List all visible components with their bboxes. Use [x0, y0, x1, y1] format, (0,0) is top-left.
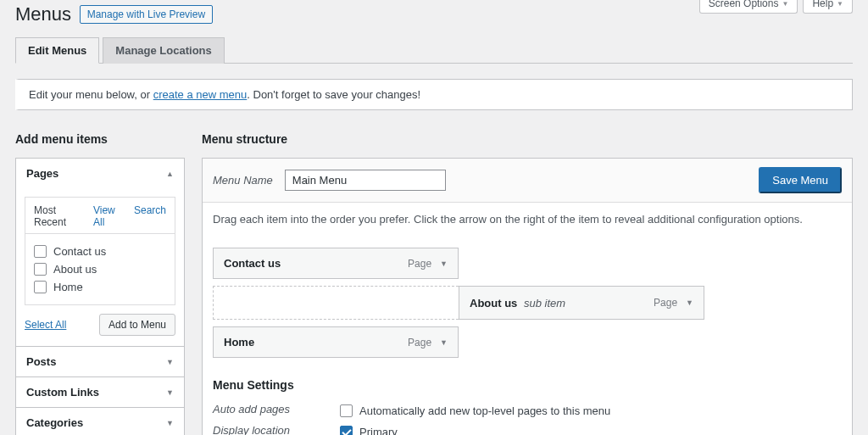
menu-structure-heading: Menu structure [202, 132, 853, 146]
nav-tabs: Edit Menus Manage Locations [15, 37, 853, 64]
add-items-heading: Add menu items [15, 132, 185, 146]
chevron-down-icon[interactable]: ▼ [440, 259, 448, 268]
page-check-label: About us [53, 263, 97, 276]
acc-pages-header[interactable]: Pages ▲ [16, 159, 184, 188]
pages-tab-recent[interactable]: Most Recent [34, 204, 83, 228]
auto-add-checkbox[interactable]: Automatically add new top-level pages to… [340, 403, 610, 419]
page-check-home[interactable]: Home [34, 278, 166, 296]
screen-options-label: Screen Options [709, 0, 779, 9]
select-all-link[interactable]: Select All [25, 319, 66, 331]
auto-add-text: Automatically add new top-level pages to… [359, 404, 610, 417]
drop-placeholder [213, 286, 459, 320]
drag-hint: Drag each item into the order you prefer… [203, 203, 852, 236]
menu-item-home[interactable]: Home Page ▼ [213, 326, 459, 358]
checkbox-icon [34, 263, 47, 276]
pages-tab-search[interactable]: Search [134, 204, 166, 228]
chevron-up-icon: ▲ [166, 170, 174, 178]
menu-item-type: Page [408, 337, 431, 349]
checkbox-icon [340, 404, 353, 417]
loc-primary-text: Primary [359, 426, 398, 435]
checkbox-checked-icon [340, 426, 353, 435]
screen-options-button[interactable]: Screen Options ▼ [699, 0, 798, 14]
info-notice: Edit your menu below, or create a new me… [15, 79, 853, 110]
menu-item-label: About us [470, 297, 517, 310]
pages-tab-viewall[interactable]: View All [93, 204, 124, 228]
chevron-down-icon[interactable]: ▼ [686, 298, 693, 307]
menu-item-type: Page [654, 297, 677, 309]
page-check-about[interactable]: About us [34, 260, 166, 278]
page-check-label: Home [53, 281, 83, 293]
loc-primary-checkbox[interactable]: Primary [340, 424, 449, 435]
menu-item-contact[interactable]: Contact us Page ▼ [213, 248, 459, 279]
menu-frame: Menu Name Save Menu Drag each item into … [202, 158, 853, 435]
live-preview-button[interactable]: Manage with Live Preview [80, 5, 213, 24]
menu-settings-heading: Menu Settings [203, 373, 852, 400]
help-button[interactable]: Help ▼ [803, 0, 853, 14]
menu-item-type: Page [408, 258, 431, 270]
create-menu-link[interactable]: create a new menu [153, 88, 248, 101]
help-label: Help [812, 0, 833, 9]
chevron-down-icon: ▼ [166, 358, 174, 366]
menu-name-label: Menu Name [213, 174, 273, 187]
acc-custom-title: Custom Links [26, 386, 99, 399]
acc-categories-header[interactable]: Categories ▼ [16, 407, 184, 435]
tab-edit-menus[interactable]: Edit Menus [15, 37, 99, 64]
acc-posts-title: Posts [26, 355, 56, 368]
chevron-down-icon: ▼ [782, 0, 788, 8]
checkbox-icon [34, 281, 47, 293]
save-menu-button-top[interactable]: Save Menu [759, 167, 842, 193]
menu-items-area: Contact us Page ▼ About us sub item [203, 236, 852, 373]
chevron-down-icon: ▼ [166, 388, 174, 397]
acc-custom-links-header[interactable]: Custom Links ▼ [16, 376, 184, 407]
checkbox-icon [34, 245, 47, 258]
notice-text-pre: Edit your menu below, or [29, 88, 153, 101]
add-items-accordion: Pages ▲ Most Recent View All Search Cont… [15, 158, 185, 435]
menu-name-input[interactable] [285, 170, 446, 191]
add-to-menu-button[interactable]: Add to Menu [99, 314, 175, 336]
acc-categories-title: Categories [26, 416, 83, 429]
page-check-contact[interactable]: Contact us [34, 243, 166, 260]
menu-name-bar: Menu Name Save Menu [203, 159, 852, 203]
auto-add-label: Auto add pages [213, 403, 340, 419]
menu-item-label: Home [224, 336, 254, 349]
menu-item-about[interactable]: About us sub item Page ▼ [459, 286, 704, 320]
page-title: Menus [15, 0, 71, 25]
chevron-down-icon[interactable]: ▼ [440, 338, 448, 347]
menu-item-label: Contact us [224, 257, 281, 270]
notice-text-post: . Don't forget to save your changes! [247, 88, 420, 101]
acc-pages-title: Pages [26, 167, 58, 180]
page-check-label: Contact us [53, 245, 106, 258]
chevron-down-icon: ▼ [837, 0, 843, 8]
chevron-down-icon: ▼ [166, 419, 174, 427]
acc-pages-body: Most Recent View All Search Contact us A… [16, 188, 184, 346]
tab-manage-locations[interactable]: Manage Locations [103, 37, 224, 64]
menu-item-sublabel: sub item [524, 297, 565, 310]
acc-posts-header[interactable]: Posts ▼ [16, 346, 184, 376]
display-location-label: Display location [213, 424, 340, 435]
